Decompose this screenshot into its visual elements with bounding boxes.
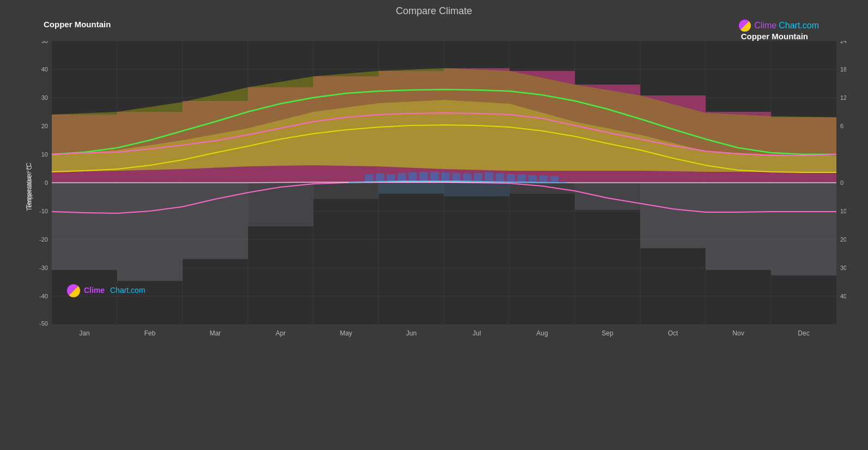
svg-rect-29: [379, 183, 444, 194]
svg-text:Temperature °C: Temperature °C: [26, 165, 33, 211]
svg-rect-35: [771, 183, 836, 275]
svg-text:Jun: Jun: [406, 329, 416, 337]
svg-text:Dec: Dec: [798, 329, 809, 337]
svg-rect-25: [117, 183, 183, 281]
svg-text:Oct: Oct: [668, 329, 678, 337]
svg-text:24: 24: [840, 41, 846, 44]
chart-svg: 50 40 30 20 10 0 -10 -20 -30 -40 -50 24 …: [22, 41, 846, 346]
svg-text:0: 0: [45, 179, 48, 186]
page-title: Compare Climate: [11, 5, 857, 17]
location-label-right: Copper Mountain: [741, 32, 808, 41]
svg-rect-32: [575, 183, 640, 210]
svg-text:-50: -50: [39, 320, 48, 327]
logo-icon-right: [739, 20, 751, 32]
svg-text:Apr: Apr: [276, 329, 286, 337]
svg-text:May: May: [340, 329, 353, 337]
svg-text:-40: -40: [39, 293, 48, 299]
svg-text:12: 12: [840, 94, 846, 101]
svg-text:Jul: Jul: [472, 329, 481, 337]
main-container: Compare Climate Copper Mountain ClimeCha…: [0, 0, 868, 450]
svg-text:Aug: Aug: [536, 329, 548, 337]
svg-rect-33: [640, 183, 706, 248]
svg-point-103: [67, 284, 80, 297]
svg-text:Sep: Sep: [602, 329, 614, 337]
svg-rect-27: [248, 183, 313, 226]
svg-text:6: 6: [840, 123, 843, 129]
svg-rect-64: [518, 175, 526, 183]
chart-content: 50 40 30 20 10 0 -10 -20 -30 -40 -50 24 …: [26, 41, 846, 337]
svg-text:Chart.com: Chart.com: [110, 286, 145, 295]
svg-text:0: 0: [840, 179, 843, 186]
svg-text:40: 40: [840, 293, 846, 299]
svg-rect-63: [507, 174, 515, 183]
svg-text:-20: -20: [39, 236, 48, 243]
svg-text:40: 40: [41, 66, 48, 73]
svg-rect-66: [539, 176, 548, 183]
svg-text:Mar: Mar: [210, 329, 221, 337]
svg-rect-28: [313, 183, 379, 199]
svg-text:Nov: Nov: [732, 329, 744, 337]
svg-rect-67: [550, 176, 559, 183]
svg-text:10: 10: [41, 151, 48, 158]
svg-text:-10: -10: [39, 208, 48, 214]
svg-text:Feb: Feb: [144, 329, 156, 337]
svg-text:20: 20: [840, 236, 846, 243]
climechart-logo-right: ClimeChart.com: [754, 21, 819, 31]
chart-area: Temperature °C: [22, 41, 846, 346]
svg-text:50: 50: [41, 41, 48, 44]
svg-text:Jan: Jan: [79, 329, 89, 337]
location-label-left: Copper Mountain: [44, 20, 111, 29]
svg-rect-65: [529, 175, 537, 183]
svg-text:20: 20: [41, 123, 48, 129]
svg-text:-30: -30: [39, 265, 48, 271]
svg-rect-34: [706, 183, 771, 270]
svg-text:Clime: Clime: [84, 286, 105, 295]
svg-text:30: 30: [41, 94, 48, 101]
chart-header: Copper Mountain ClimeChart.com: [11, 20, 857, 32]
svg-rect-30: [444, 183, 509, 196]
svg-text:10: 10: [840, 208, 846, 214]
svg-rect-24: [52, 183, 117, 270]
svg-text:18: 18: [840, 66, 846, 73]
svg-text:30: 30: [840, 265, 846, 271]
chart-wrapper: Copper Mountain ClimeChart.com Copper Mo…: [11, 20, 857, 450]
